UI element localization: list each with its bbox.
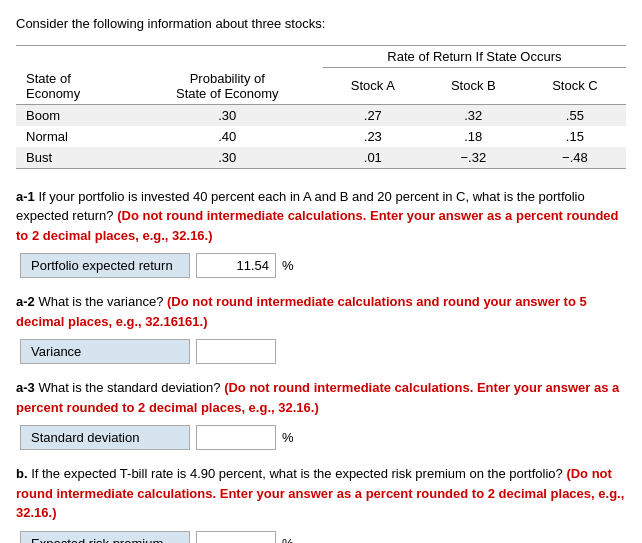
col-stock-a-label: Stock A <box>323 68 423 105</box>
table-row: Normal.40.23.18.15 <box>16 126 626 147</box>
a1-answer[interactable]: 11.54 <box>196 253 276 278</box>
a1-question: a-1 If your portfolio is invested 40 per… <box>16 187 626 246</box>
a1-input-row: Portfolio expected return 11.54 % <box>20 253 626 278</box>
table-cell: .55 <box>524 104 626 126</box>
b-field-label: Expected risk premium <box>20 531 190 544</box>
a3-label: a-3 <box>16 380 35 395</box>
col-probability-label: Probability ofState of Economy <box>132 68 323 105</box>
table-cell: .30 <box>132 147 323 169</box>
table-cell: .30 <box>132 104 323 126</box>
a2-instruction: (Do not round intermediate calculations … <box>16 294 587 329</box>
a1-instruction: (Do not round intermediate calculations.… <box>16 208 619 243</box>
intro-text: Consider the following information about… <box>16 16 626 31</box>
a3-input-row: Standard deviation % <box>20 425 626 450</box>
a3-question: a-3 What is the standard deviation? (Do … <box>16 378 626 417</box>
stocks-table: Rate of Return If State Occurs State ofE… <box>16 45 626 169</box>
b-input-row: Expected risk premium % <box>20 531 626 544</box>
table-row: Boom.30.27.32.55 <box>16 104 626 126</box>
table-cell: .15 <box>524 126 626 147</box>
col-state-label: State ofEconomy <box>16 68 132 105</box>
table-cell: Boom <box>16 104 132 126</box>
section-b: b. If the expected T-bill rate is 4.90 p… <box>16 464 626 543</box>
a1-field-label: Portfolio expected return <box>20 253 190 278</box>
a2-question: a-2 What is the variance? (Do not round … <box>16 292 626 331</box>
b-question: b. If the expected T-bill rate is 4.90 p… <box>16 464 626 523</box>
table-cell: .32 <box>423 104 524 126</box>
table-cell: .23 <box>323 126 423 147</box>
section-a1: a-1 If your portfolio is invested 40 per… <box>16 187 626 279</box>
a1-unit: % <box>282 258 294 273</box>
table-cell: .01 <box>323 147 423 169</box>
a3-instruction: (Do not round intermediate calculations.… <box>16 380 619 415</box>
a3-unit: % <box>282 430 294 445</box>
a3-answer-input[interactable] <box>196 425 276 450</box>
a1-label: a-1 <box>16 189 35 204</box>
table-cell: Bust <box>16 147 132 169</box>
b-answer-input[interactable] <box>196 531 276 544</box>
col-stock-b-label: Stock B <box>423 68 524 105</box>
col-state <box>16 46 132 68</box>
table-cell: −.32 <box>423 147 524 169</box>
col-probability <box>132 46 323 68</box>
b-unit: % <box>282 536 294 544</box>
table-cell: .40 <box>132 126 323 147</box>
b-instruction: (Do not round intermediate calculations.… <box>16 466 624 520</box>
table-row: Bust.30.01−.32−.48 <box>16 147 626 169</box>
a2-input-row: Variance <box>20 339 626 364</box>
table-cell: −.48 <box>524 147 626 169</box>
rate-header: Rate of Return If State Occurs <box>323 46 626 68</box>
table-cell: Normal <box>16 126 132 147</box>
section-a3: a-3 What is the standard deviation? (Do … <box>16 378 626 450</box>
b-label: b. <box>16 466 28 481</box>
a2-label: a-2 <box>16 294 35 309</box>
table-cell: .27 <box>323 104 423 126</box>
col-stock-c-label: Stock C <box>524 68 626 105</box>
a2-field-label: Variance <box>20 339 190 364</box>
section-a2: a-2 What is the variance? (Do not round … <box>16 292 626 364</box>
table-cell: .18 <box>423 126 524 147</box>
a2-answer-input[interactable] <box>196 339 276 364</box>
a3-field-label: Standard deviation <box>20 425 190 450</box>
